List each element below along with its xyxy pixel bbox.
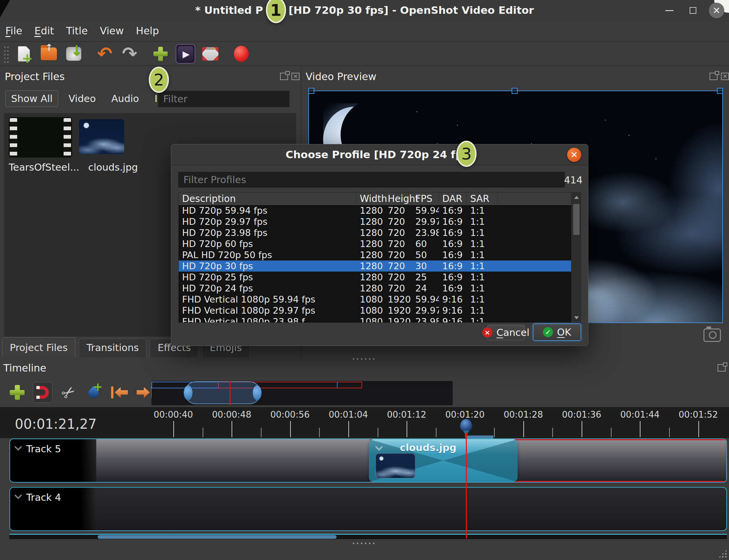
profile-row[interactable]: HD 720p 23.98 fps128072023.9816:91:1 — [179, 227, 571, 238]
undo-button[interactable] — [95, 44, 114, 64]
splitter-handle[interactable] — [353, 542, 375, 544]
ruler-tick — [552, 428, 553, 437]
timeline-track-4[interactable]: Track 4 — [9, 487, 727, 531]
column-header-description[interactable]: Description — [179, 193, 356, 205]
profile-row[interactable]: FHD Vertical 1080p 23.98 f1080192023.989… — [179, 316, 571, 323]
add-marker-button[interactable] — [84, 382, 104, 403]
minimize-button[interactable] — [662, 3, 677, 18]
column-header-sar[interactable]: SAR — [467, 193, 498, 205]
new-project-button[interactable] — [14, 44, 34, 64]
save-project-button[interactable] — [64, 44, 83, 64]
file-label[interactable]: TearsOfSteel... — [9, 162, 79, 173]
transform-handle[interactable] — [308, 88, 314, 94]
menu-title[interactable]: Title — [66, 25, 88, 37]
fullscreen-icon — [202, 47, 218, 61]
track-header[interactable]: Track 4 — [10, 488, 96, 530]
chevron-down-icon[interactable] — [14, 492, 22, 499]
menu-file[interactable]: File — [5, 25, 22, 37]
maximize-button[interactable] — [685, 3, 701, 18]
undock-panel-icon[interactable] — [709, 73, 718, 80]
choose-profile-button[interactable] — [176, 44, 195, 64]
scroll-down-button[interactable] — [572, 313, 581, 322]
undock-panel-icon[interactable] — [280, 73, 288, 80]
cell: 24 — [412, 283, 439, 293]
close-panel-icon[interactable]: ✕ — [721, 73, 729, 80]
column-header-dar[interactable]: DAR — [439, 193, 467, 205]
file-thumbnail-video[interactable] — [9, 117, 72, 158]
playhead-marker[interactable] — [460, 419, 472, 433]
camera-icon[interactable] — [703, 328, 721, 342]
ok-button[interactable]: ✓ OK — [533, 323, 581, 341]
project-files-filter-input[interactable] — [158, 91, 289, 107]
filter-video[interactable]: Video — [63, 91, 101, 107]
clouds-image-clip[interactable]: clouds.jpg — [369, 439, 518, 482]
export-video-button[interactable] — [232, 44, 251, 64]
razor-button[interactable] — [59, 382, 78, 403]
menu-view[interactable]: View — [100, 25, 124, 37]
column-header-height[interactable]: Height — [384, 193, 412, 205]
toolbar-drag-handle[interactable] — [3, 45, 9, 63]
profile-row[interactable]: HD 720p 25 fps12807202516:91:1 — [179, 272, 571, 283]
cell: HD 720p 29.97 fps — [179, 216, 356, 227]
export-video-icon — [234, 46, 249, 62]
cell: 1280 — [356, 261, 384, 271]
filter-show-all[interactable]: Show All — [5, 90, 58, 107]
profile-row[interactable]: HD 720p 24 fps12807202416:91:1 — [179, 283, 571, 294]
file-label[interactable]: clouds.jpg — [88, 162, 138, 173]
menu-edit[interactable]: Edit — [34, 25, 54, 37]
transform-handle[interactable] — [512, 88, 518, 94]
fullscreen-button[interactable] — [201, 44, 220, 64]
previous-marker-button[interactable] — [110, 382, 129, 403]
transform-handle[interactable] — [717, 88, 723, 94]
tab-transitions[interactable]: Transitions — [79, 339, 146, 357]
column-header-width[interactable]: Width — [356, 193, 384, 205]
cell: 9:16 — [439, 294, 467, 305]
cell: 16:9 — [439, 228, 467, 238]
file-thumbnail-image[interactable] — [79, 119, 124, 154]
cancel-button[interactable]: × Cancel — [487, 325, 525, 340]
import-files-button[interactable] — [151, 44, 170, 64]
track-header[interactable]: Track 5 — [10, 439, 96, 482]
window-resize-grip[interactable] — [718, 549, 727, 558]
ruler-label: 00:01:04 — [329, 410, 368, 420]
timeline-zoom-widget[interactable] — [151, 381, 453, 405]
redo-button[interactable] — [120, 44, 139, 64]
menu-help[interactable]: Help — [136, 25, 159, 37]
chevron-down-icon[interactable] — [375, 443, 383, 451]
profile-row[interactable]: HD 720p 29.97 fps128072029.9716:91:1 — [179, 216, 571, 227]
profile-row[interactable]: HD 720p 30 fps12807203016:91:1 — [179, 260, 571, 272]
close-panel-icon[interactable]: ✕ — [291, 73, 300, 80]
timeline-ruler[interactable]: 00:01:21,27 00:00:4000:00:4800:00:5600:0… — [0, 407, 729, 438]
profile-row[interactable]: HD 720p 59.94 fps128072059.9416:91:1 — [179, 205, 571, 216]
chevron-down-icon[interactable] — [14, 443, 22, 451]
dialog-close-button[interactable]: ✕ — [567, 148, 581, 162]
timeline-track-5[interactable]: clouds.jpg Track 5 — [9, 439, 727, 483]
zoom-selection-handle[interactable] — [184, 381, 261, 404]
table-scrollbar[interactable] — [571, 193, 581, 322]
profile-row[interactable]: FHD Vertical 1080p 59.94 fps1080192059.9… — [179, 294, 571, 305]
add-track-button[interactable] — [7, 382, 27, 403]
window-title-right: [HD 720p 30 fps] - OpenShot Video Editor — [289, 4, 534, 16]
undock-panel-icon[interactable] — [718, 364, 726, 372]
filter-profiles-input[interactable] — [178, 172, 565, 187]
title-bar[interactable]: * Untitled P 1 [HD 720p 30 fps] - OpenSh… — [0, 0, 729, 20]
timeline-panel-title: Timeline — [3, 362, 46, 374]
timeline-horizontal-scrollbar[interactable] — [98, 535, 337, 539]
profile-row[interactable]: HD 720p 60 fps12807206016:91:1 — [179, 238, 571, 249]
splitter-handle[interactable] — [353, 358, 375, 360]
profile-row[interactable]: FHD Vertical 1080p 29.97 fps1080192029.9… — [179, 305, 571, 316]
profile-row[interactable]: PAL HD 720p 50 fps12807205016:91:1 — [179, 249, 571, 260]
scroll-up-button[interactable] — [572, 193, 581, 202]
filter-audio[interactable]: Audio — [106, 91, 144, 107]
open-project-button[interactable] — [39, 44, 59, 64]
scrollbar-thumb[interactable] — [573, 204, 580, 235]
snapping-button[interactable] — [33, 382, 53, 403]
cell: 720 — [384, 216, 412, 227]
razor-icon — [62, 383, 75, 402]
tab-project-files[interactable]: Project Files — [2, 337, 75, 357]
triangle-down-icon — [574, 316, 579, 319]
minimize-icon — [665, 10, 673, 11]
close-window-button[interactable]: ✕ — [709, 3, 724, 18]
column-header-fps[interactable]: FPS — [412, 193, 439, 205]
openshot-window: * Untitled P 1 [HD 720p 30 fps] - OpenSh… — [0, 0, 729, 560]
